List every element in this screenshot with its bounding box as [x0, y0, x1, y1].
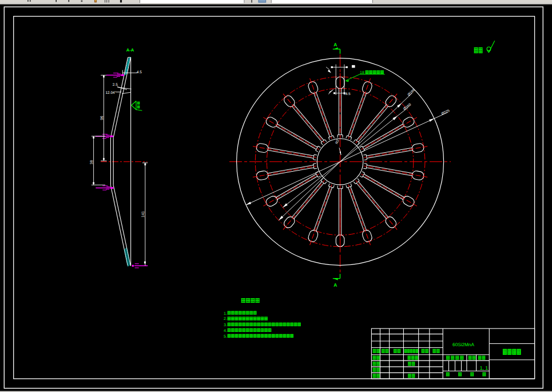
svg-text:5.: 5. — [224, 335, 227, 339]
svg-text:141: 141 — [141, 211, 145, 217]
svg-text:A-A: A-A — [126, 47, 134, 53]
svg-text:8.5: 8.5 — [346, 92, 351, 96]
svg-text:60Si2MnA: 60Si2MnA — [452, 342, 474, 347]
svg-text:4.: 4. — [224, 329, 227, 333]
svg-text:1.: 1. — [224, 312, 227, 316]
svg-text:2.: 2. — [224, 317, 227, 321]
svg-text:12.04°: 12.04° — [106, 91, 117, 95]
svg-text:38: 38 — [90, 160, 94, 165]
svg-text:4.5: 4.5 — [137, 70, 142, 74]
svg-text:1, 1: 1, 1 — [480, 365, 489, 371]
svg-text:3.: 3. — [224, 323, 227, 327]
svg-text:A: A — [333, 42, 337, 47]
svg-text:A: A — [333, 282, 337, 288]
svg-text:2.5: 2.5 — [113, 83, 118, 87]
svg-text:96: 96 — [100, 116, 104, 120]
